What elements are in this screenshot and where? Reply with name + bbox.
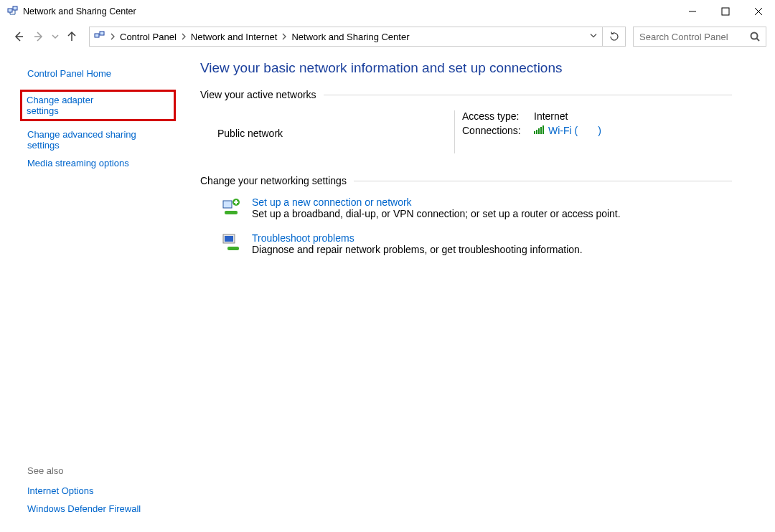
svg-rect-13 (100, 32, 104, 35)
new-connection-icon (222, 196, 242, 217)
address-row: Control Panel Network and Internet Netwo… (0, 23, 775, 50)
sidebar: Control Panel Home Change adapter settin… (0, 50, 183, 275)
window-titlebar: Network and Sharing Center (0, 0, 775, 23)
window-title: Network and Sharing Center (23, 6, 136, 16)
chevron-down-icon[interactable] (589, 32, 598, 42)
troubleshoot-icon (222, 232, 242, 252)
chevron-right-icon (281, 33, 287, 40)
svg-rect-28 (227, 247, 239, 250)
svg-rect-25 (225, 211, 238, 214)
svg-rect-6 (722, 8, 729, 15)
chevron-right-icon (110, 33, 116, 40)
wifi-signal-icon (534, 125, 545, 136)
divider (354, 181, 732, 181)
svg-rect-27 (225, 236, 233, 242)
section-label: View your active networks (200, 89, 316, 100)
recent-dropdown[interactable] (49, 27, 62, 47)
connection-name-end: ) (598, 125, 601, 136)
sidebar-media-streaming[interactable]: Media streaming options (27, 154, 176, 172)
svg-rect-21 (223, 201, 232, 208)
connection-wifi-link[interactable]: Wi-Fi ( ) (534, 125, 601, 136)
sidebar-advanced-sharing[interactable]: Change advanced sharing settings (27, 125, 176, 154)
svg-rect-17 (536, 130, 537, 134)
setting-desc: Set up a broadband, dial-up, or VPN conn… (252, 208, 621, 219)
active-network-info: Public network Access type: Internet Con… (217, 110, 732, 153)
access-type-value: Internet (534, 110, 568, 122)
svg-rect-0 (8, 9, 12, 12)
access-type-label: Access type: (462, 110, 534, 122)
setting-link[interactable]: Set up a new connection or network (252, 196, 412, 208)
body: Control Panel Home Change adapter settin… (0, 50, 775, 275)
forward-button[interactable] (29, 27, 49, 47)
search-input[interactable]: Search Control Panel (633, 27, 766, 47)
breadcrumb-item[interactable]: Control Panel (120, 32, 177, 42)
refresh-button[interactable] (603, 27, 626, 47)
window-controls (676, 0, 775, 23)
divider (324, 95, 732, 95)
svg-rect-16 (534, 131, 535, 134)
network-type: Public network (217, 128, 454, 139)
svg-line-15 (757, 39, 760, 42)
connection-name: Wi-Fi ( (548, 125, 578, 136)
see-also-header: See also (27, 465, 141, 476)
svg-rect-12 (95, 34, 99, 37)
svg-rect-20 (542, 125, 544, 134)
minimize-button[interactable] (676, 0, 709, 23)
sidebar-change-adapter[interactable]: Change adapter settings (27, 95, 109, 116)
svg-point-14 (751, 33, 758, 39)
back-button[interactable] (9, 27, 29, 47)
setting-desc: Diagnose and repair network problems, or… (252, 244, 583, 255)
section-label: Change your networking settings (200, 175, 347, 186)
svg-rect-19 (540, 127, 542, 134)
breadcrumb-item[interactable]: Network and Internet (191, 32, 278, 42)
svg-rect-1 (13, 6, 17, 10)
see-also-internet-options[interactable]: Internet Options (27, 482, 141, 500)
connections-label: Connections: (462, 125, 534, 136)
page-title: View your basic network information and … (200, 60, 732, 76)
up-button[interactable] (62, 27, 82, 47)
svg-rect-18 (538, 128, 540, 134)
section-active-networks: View your active networks (200, 89, 732, 100)
section-change-settings: Change your networking settings (200, 175, 732, 186)
see-also-defender-firewall[interactable]: Windows Defender Firewall (27, 500, 141, 518)
search-placeholder: Search Control Panel (639, 32, 750, 42)
setting-new-connection: Set up a new connection or network Set u… (222, 196, 732, 219)
close-button[interactable] (742, 0, 775, 23)
search-icon (750, 32, 760, 42)
setting-troubleshoot: Troubleshoot problems Diagnose and repai… (222, 232, 732, 255)
breadcrumb[interactable]: Control Panel Network and Internet Netwo… (89, 27, 603, 47)
app-icon (7, 5, 19, 19)
highlighted-link-box: Change adapter settings (20, 90, 176, 121)
breadcrumb-item[interactable]: Network and Sharing Center (291, 32, 409, 42)
sidebar-cp-home[interactable]: Control Panel Home (27, 65, 176, 82)
vertical-divider (454, 110, 455, 153)
see-also: See also Internet Options Windows Defend… (27, 465, 141, 518)
maximize-button[interactable] (709, 0, 742, 23)
breadcrumb-icon (94, 30, 105, 44)
main-panel: View your basic network information and … (183, 50, 775, 275)
setting-link[interactable]: Troubleshoot problems (252, 232, 354, 244)
chevron-right-icon (181, 33, 187, 40)
